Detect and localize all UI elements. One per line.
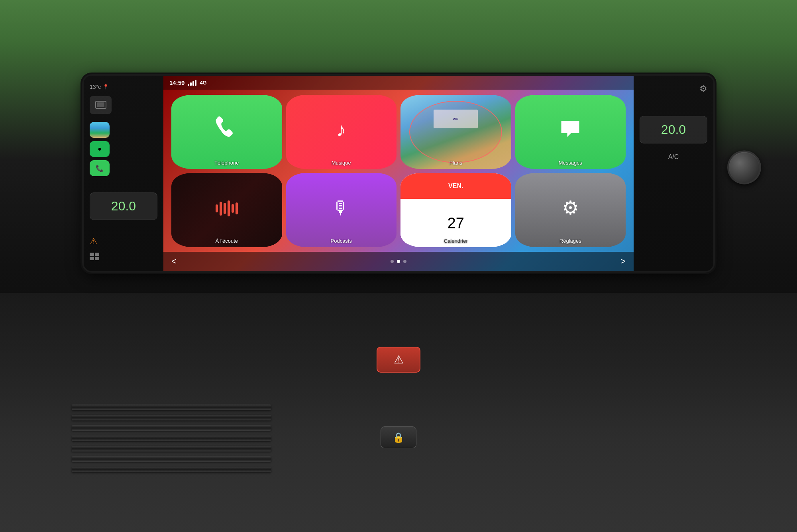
vent-slat	[72, 425, 271, 431]
svg-rect-2	[90, 253, 94, 256]
sidebar-mini-apps: ● 📞	[90, 122, 157, 176]
vent-slat	[72, 415, 271, 420]
grid-icon[interactable]	[90, 253, 157, 263]
app-music[interactable]: ♪ Musique	[286, 95, 397, 169]
right-panel: ⚙ 20.0 A/C	[634, 76, 713, 271]
nav-dot-1[interactable]	[391, 260, 394, 263]
lock-button[interactable]: 🔒	[381, 426, 416, 448]
signal-bar-3	[192, 81, 194, 86]
sidebar-item-phone[interactable]: 📞	[90, 160, 110, 176]
app-podcasts-label: Podcasts	[331, 238, 352, 244]
svg-rect-1	[97, 102, 104, 107]
app-maps-label: Plans	[449, 160, 462, 166]
app-nowplaying[interactable]: À l'écoute	[171, 173, 282, 247]
status-time: 14:59	[169, 79, 185, 86]
vent-slat	[72, 467, 271, 472]
ac-speed-value: 20.0	[661, 122, 686, 137]
signal-bars	[188, 80, 196, 86]
nav-dot-2[interactable]	[397, 260, 400, 263]
app-nowplaying-label: À l'écoute	[215, 238, 238, 244]
settings-icon[interactable]: ⚙	[699, 84, 707, 94]
signal-bar-2	[190, 82, 192, 86]
nav-forward-button[interactable]: >	[620, 256, 626, 267]
signal-bar-1	[188, 84, 189, 86]
carplay-nav: < >	[163, 252, 634, 271]
hazard-icon: ⚠	[394, 353, 404, 366]
warning-icon: ⚠	[90, 236, 157, 247]
location-icon: 📍	[103, 84, 109, 90]
app-settings[interactable]: ⚙ Réglages	[515, 173, 626, 247]
podcasts-icon: 🎙	[332, 197, 350, 219]
calendar-day-name: VEN.	[448, 183, 463, 190]
right-knob[interactable]	[727, 151, 761, 185]
vent-slat	[72, 446, 271, 452]
nav-dot-3[interactable]	[403, 260, 406, 263]
screen-mirror-icon[interactable]	[90, 96, 112, 114]
nav-back-button[interactable]: <	[171, 256, 177, 267]
vent-slat	[72, 404, 271, 410]
waveform-icon	[216, 200, 238, 216]
app-music-label: Musique	[332, 160, 351, 166]
hazard-button[interactable]: ⚠	[377, 347, 420, 373]
temperature-display: 13°c 📍	[90, 84, 157, 90]
vent-slat	[72, 436, 271, 441]
app-messages-label: Messages	[559, 160, 582, 166]
app-settings-label: Réglages	[559, 238, 581, 244]
screen-content: 13°c 📍 ● 📞 20.	[84, 76, 713, 271]
settings-gear-icon: ⚙	[562, 196, 579, 219]
vent-left	[72, 404, 271, 484]
app-grid: Téléphone ♪ Musique 280 Plans	[167, 91, 630, 251]
app-calendar[interactable]: VEN. 27 Calendrier	[400, 173, 511, 247]
svg-rect-4	[90, 257, 94, 260]
svg-rect-3	[95, 253, 99, 256]
app-calendar-label: Calendrier	[444, 238, 468, 244]
app-phone-label: Téléphone	[214, 160, 239, 166]
dashboard-area: ⌂ ⚠ 🔒	[0, 293, 797, 532]
ac-label: A/C	[640, 153, 707, 161]
signal-bar-4	[195, 80, 196, 86]
app-phone[interactable]: Téléphone	[171, 95, 282, 169]
screen-bezel: 13°c 📍 ● 📞 20.	[84, 76, 713, 271]
ac-speed-display: 20.0	[640, 116, 707, 143]
svg-rect-5	[95, 257, 99, 260]
carplay-area: 14:59 4G Téléphone	[163, 76, 634, 271]
speed-value: 20.0	[90, 192, 157, 220]
left-panel: 13°c 📍 ● 📞 20.	[84, 76, 163, 271]
network-type: 4G	[200, 80, 206, 86]
app-podcasts[interactable]: 🎙 Podcasts	[286, 173, 397, 247]
app-messages[interactable]: Messages	[515, 95, 626, 169]
left-speed-display: 20.0	[90, 192, 157, 220]
calendar-header: VEN.	[400, 173, 511, 199]
nav-dots	[391, 260, 406, 263]
temperature-value: 13°c	[90, 84, 101, 90]
status-bar: 14:59 4G	[163, 76, 634, 90]
sidebar-item-spotify[interactable]: ●	[90, 141, 110, 157]
vent-slat	[72, 456, 271, 462]
lock-icon: 🔒	[393, 432, 404, 443]
calendar-day-number: 27	[448, 216, 464, 231]
sidebar-item-maps[interactable]	[90, 122, 110, 138]
app-maps[interactable]: 280 Plans	[400, 95, 511, 169]
